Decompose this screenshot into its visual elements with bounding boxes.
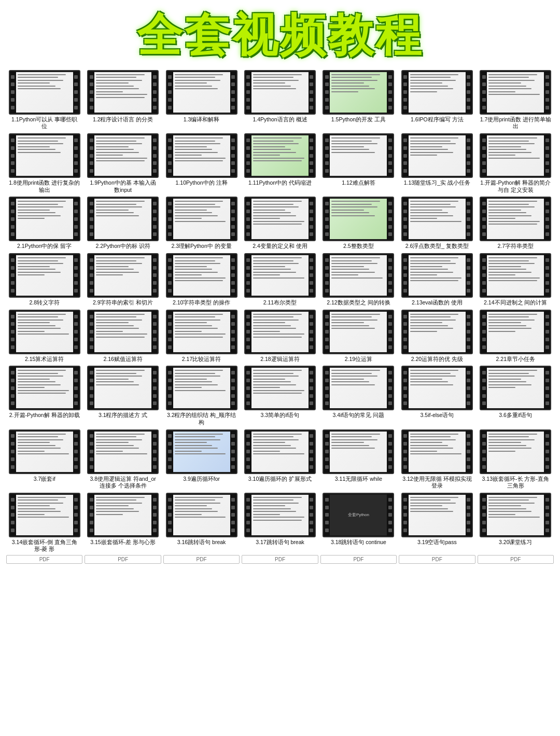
video-item[interactable]: 3.9遍历循环for [163, 429, 240, 490]
video-item[interactable]: 2.3理解Python中 的变量 [163, 197, 240, 250]
film-frame [87, 70, 159, 115]
video-item[interactable]: 3.6多重if语句 [478, 366, 554, 426]
film-content [487, 495, 544, 535]
video-item[interactable]: 1.13随堂练习_实 战小任务 [399, 133, 475, 193]
film-content [251, 72, 309, 113]
video-item[interactable]: 2.17比较运算符 [163, 310, 240, 363]
video-item[interactable]: 1.6IPO程序编写 方法 [399, 70, 475, 130]
video-item[interactable]: 1.开篇-Python解 释器的简介与自 定义安装 [478, 133, 554, 193]
video-item[interactable]: 2.13eval函数的 使用 [399, 253, 475, 307]
video-caption: 3.14嵌套循环-倒 直角三角形-菱 形 [9, 539, 80, 553]
film-content [409, 199, 466, 239]
video-caption: 3.10遍历循环的 扩展形式 [248, 476, 312, 483]
video-item[interactable]: 1.10Python中的 注释 [163, 133, 240, 193]
video-item[interactable]: 2.14不同进制之 间的计算 [478, 253, 554, 307]
film-content [409, 72, 466, 113]
video-caption: 2.1Python中的保 留字 [17, 243, 72, 250]
video-item[interactable]: 1.4Python语言的 概述 [242, 70, 318, 130]
film-content [94, 135, 151, 176]
video-item[interactable]: 2.21章节小任务 [478, 310, 554, 363]
video-item[interactable]: 1.1Python可以从 事哪些职位 [6, 70, 82, 130]
video-caption: 2.5整数类型 [343, 243, 374, 250]
video-item[interactable]: 3.15嵌套循环-差 形与心形 [85, 493, 161, 553]
video-item[interactable]: 3.10遍历循环的 扩展形式 [242, 429, 318, 490]
video-item[interactable]: 3.19空语句pass [399, 493, 475, 553]
page-wrapper: 全套视频教程 1.1Python可以从 事哪些职位1.2程序设计语言 的分类1.… [0, 0, 560, 574]
video-item[interactable]: 2.2Python中的标 识符 [85, 197, 161, 250]
film-frame [166, 70, 237, 115]
film-frame [244, 366, 316, 410]
film-frame [401, 70, 473, 115]
video-item[interactable]: 2.6浮点数类型_ 复数类型 [399, 197, 475, 250]
video-item[interactable]: 2.15算术运算符 [6, 310, 82, 363]
video-item[interactable]: 3.16跳转语句 break [163, 493, 240, 553]
video-caption: 1.8使用print函数 进行复杂的输出 [9, 179, 80, 193]
film-content [487, 255, 544, 296]
film-frame [323, 429, 394, 474]
film-content [94, 255, 151, 296]
video-item[interactable]: 全套Python3.18跳转语句 continue [320, 493, 397, 553]
film-frame [480, 253, 551, 298]
film-frame [401, 493, 473, 537]
video-item[interactable]: 3.3简单的if语句 [242, 366, 318, 426]
film-frame [166, 197, 237, 241]
film-content [94, 432, 151, 472]
video-item[interactable]: 2.4变量的定义和 使用 [242, 197, 318, 250]
video-item[interactable]: 1.2程序设计语言 的分类 [85, 70, 161, 130]
video-item[interactable]: 2.11布尔类型 [242, 253, 318, 307]
video-item[interactable]: 3.14嵌套循环-倒 直角三角形-菱 形 [6, 493, 82, 553]
film-frame [9, 493, 80, 537]
film-frame [166, 493, 237, 537]
video-item[interactable]: 3.8使用逻辑运算 符and_or连接多 个选择条件 [85, 429, 161, 490]
film-frame [480, 429, 551, 474]
video-item[interactable]: 3.5if-else语句 [399, 366, 475, 426]
video-item[interactable]: 1.12难点解答 [320, 133, 397, 193]
video-item[interactable]: 3.1程序的描述方 式 [85, 366, 161, 426]
film-frame [166, 310, 237, 354]
video-item[interactable]: 2.10字符串类型 的操作 [163, 253, 240, 307]
video-item[interactable]: 1.7使用print函数 进行简单输出 [478, 70, 554, 130]
video-item[interactable]: 3.12使用无限循 环模拟实现登录 [399, 429, 475, 490]
video-caption: 3.7嵌套if [34, 476, 55, 483]
video-item[interactable]: 2.8转义字符 [6, 253, 82, 307]
video-item[interactable]: 3.4if语句的常见 问题 [320, 366, 397, 426]
video-item[interactable]: 3.13嵌套循环-长 方形-直角三角形 [478, 429, 554, 490]
film-frame [401, 133, 473, 178]
video-item[interactable]: 2.19位运算 [320, 310, 397, 363]
video-item[interactable]: 3.20课堂练习 [478, 493, 554, 553]
film-content [173, 368, 230, 408]
film-content [16, 255, 73, 296]
video-item[interactable]: 2.5整数类型 [320, 197, 397, 250]
film-frame [401, 197, 473, 241]
film-content [16, 199, 73, 239]
film-frame [323, 366, 394, 410]
video-item[interactable]: 2.16赋值运算符 [85, 310, 161, 363]
film-content [251, 199, 309, 239]
video-item[interactable]: 3.17跳转语句 break [242, 493, 318, 553]
video-item[interactable]: 1.9Python中的基 本输入函数input [85, 133, 161, 193]
video-item[interactable]: 3.2程序的组织结 构_顺序结构 [163, 366, 240, 426]
video-caption: 3.1程序的描述方 式 [99, 412, 148, 419]
video-item[interactable]: 2.12数据类型之 间的转换 [320, 253, 397, 307]
video-item[interactable]: 3.7嵌套if [6, 429, 82, 490]
video-caption: 3.19空语句pass [417, 539, 457, 546]
film-content [94, 72, 151, 113]
film-content [16, 72, 73, 113]
video-item[interactable]: 2.1Python中的保 留字 [6, 197, 82, 250]
film-frame [244, 310, 316, 354]
video-item[interactable]: 1.3编译和解释 [163, 70, 240, 130]
video-caption: 3.4if语句的常见 问题 [333, 412, 385, 419]
film-content [330, 432, 387, 472]
video-item[interactable]: 2.18逻辑运算符 [242, 310, 318, 363]
video-item[interactable]: 3.11无限循环 while [320, 429, 397, 490]
video-caption: 3.17跳转语句 break [256, 539, 304, 546]
film-content [251, 312, 309, 352]
video-item[interactable]: 1.8使用print函数 进行复杂的输出 [6, 133, 82, 193]
video-item[interactable]: 2.20运算符的优 先级 [399, 310, 475, 363]
video-item[interactable]: 1.5Python的开发 工具 [320, 70, 397, 130]
film-content [409, 135, 466, 176]
video-item[interactable]: 2.开篇-Python解 释器的卸载 [6, 366, 82, 426]
video-item[interactable]: 2.9字符串的索引 和切片 [85, 253, 161, 307]
video-item[interactable]: 1.11Python中的 代码缩进 [242, 133, 318, 193]
video-item[interactable]: 2.7字符串类型 [478, 197, 554, 250]
